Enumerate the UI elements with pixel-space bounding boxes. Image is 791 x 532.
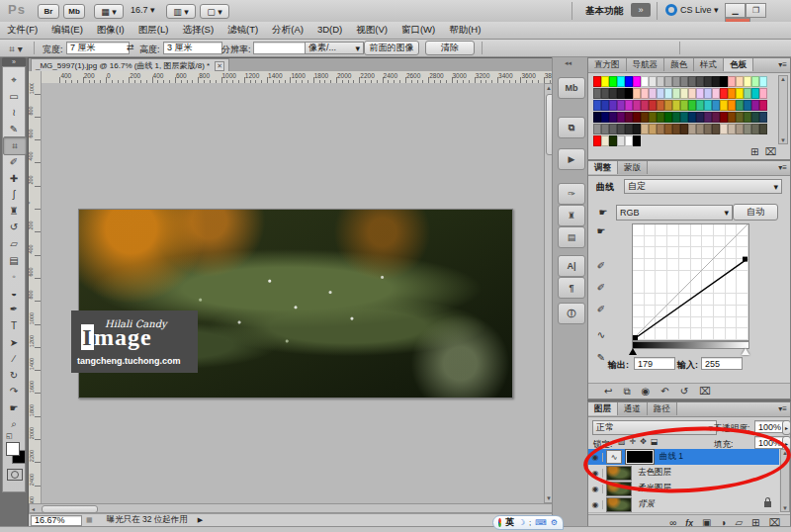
rotate-3d-tool-icon[interactable]: ↻ — [3, 367, 25, 384]
menu-item-图层[interactable]: 图层(L) — [132, 22, 176, 39]
layers-tab-路径[interactable]: 路径 — [648, 402, 677, 415]
color-swatch[interactable] — [625, 124, 633, 134]
move-tool-icon[interactable]: ⌖ — [3, 71, 25, 88]
color-swatch[interactable] — [625, 88, 633, 99]
clone-stamp-tool-icon[interactable]: ♜ — [3, 203, 25, 220]
canvas-viewport[interactable]: Hilali Candy Image tangcheng.tuchong.com… — [42, 83, 555, 503]
color-swatch[interactable] — [751, 100, 759, 111]
restore-button[interactable]: ❐ — [746, 3, 766, 18]
layer-mask-thumbnail[interactable] — [626, 450, 654, 464]
targeted-adjustment-icon[interactable]: ☛ — [596, 205, 610, 219]
color-swatch[interactable] — [696, 76, 704, 87]
default-colors-icon[interactable]: ◱ — [6, 432, 13, 440]
color-swatch[interactable] — [720, 100, 728, 111]
color-swatch[interactable] — [736, 124, 744, 134]
color-swatch[interactable] — [688, 88, 696, 99]
color-swatch[interactable] — [657, 88, 664, 99]
color-swatch[interactable] — [672, 112, 680, 123]
color-swatch[interactable] — [751, 124, 759, 134]
color-swatch[interactable] — [728, 88, 736, 99]
width-input[interactable]: 7 厘米 — [66, 42, 130, 54]
color-swatch[interactable] — [704, 88, 712, 99]
visibility-icon[interactable]: ◉ — [642, 386, 651, 397]
type-tool-icon[interactable]: T — [3, 317, 25, 334]
color-swatch[interactable] — [617, 100, 625, 111]
path-select-tool-icon[interactable]: ➤ — [3, 334, 25, 351]
color-swatch[interactable] — [664, 76, 672, 87]
color-swatch[interactable] — [649, 100, 657, 111]
color-swatch[interactable] — [736, 100, 744, 111]
marquee-tool-icon[interactable]: ▭ — [3, 88, 25, 105]
color-swatch[interactable] — [720, 88, 728, 99]
color-swatch[interactable] — [688, 100, 696, 111]
menu-item-分析[interactable]: 分析(A) — [265, 22, 310, 39]
white-point-eyedropper-icon[interactable]: ✐ — [594, 302, 608, 315]
healing-brush-tool-icon[interactable]: ✚ — [3, 170, 25, 187]
color-swatch[interactable] — [641, 124, 649, 134]
white-point-slider[interactable] — [742, 348, 749, 355]
expand-dock-icon[interactable]: ◂◂ — [565, 59, 571, 67]
minimize-button[interactable]: ▁ — [725, 3, 746, 18]
resolution-input[interactable] — [253, 42, 308, 54]
zoom-level-field[interactable]: 16.7 ▾ — [131, 5, 155, 15]
color-swatch[interactable] — [696, 88, 704, 99]
blur-tool-icon[interactable]: ◦ — [3, 268, 25, 285]
black-point-slider[interactable] — [629, 348, 637, 355]
color-swatch[interactable] — [657, 112, 664, 123]
menu-item-选择[interactable]: 选择(S) — [175, 22, 220, 39]
color-swatch[interactable] — [609, 135, 617, 146]
layer-thumbnail[interactable] — [606, 497, 632, 512]
color-swatch[interactable] — [633, 88, 641, 99]
gray-point-eyedropper-icon[interactable]: ✐ — [594, 280, 608, 294]
swatches-scrollbar[interactable]: ▲ ▼ — [778, 75, 788, 144]
color-swatch[interactable] — [751, 88, 759, 99]
swatches-tab-直方图[interactable]: 直方图 — [588, 58, 627, 71]
zoom-tool-icon[interactable]: ⌕ — [3, 416, 25, 433]
toolbox-header[interactable]: » — [2, 57, 26, 66]
previous-state-icon[interactable]: ↶ — [660, 386, 668, 397]
color-swatch[interactable] — [617, 135, 625, 146]
layer-visibility-icon[interactable]: ◉ — [588, 453, 603, 462]
color-swatch[interactable] — [609, 88, 617, 99]
color-swatch[interactable] — [680, 88, 688, 99]
color-swatch[interactable] — [712, 88, 720, 99]
clear-button[interactable]: 清除 — [425, 41, 475, 55]
close-tab-icon[interactable]: ✕ — [215, 61, 224, 71]
color-swatch[interactable] — [593, 124, 601, 134]
color-swatch[interactable] — [720, 112, 728, 123]
color-swatch[interactable] — [688, 76, 696, 87]
color-swatch[interactable] — [751, 76, 759, 87]
color-swatch[interactable] — [728, 124, 736, 134]
color-swatch[interactable] — [657, 76, 664, 87]
screen-mode-button[interactable]: ▢ ▾ — [200, 4, 229, 19]
color-swatch[interactable] — [664, 100, 672, 111]
color-swatch[interactable] — [641, 76, 649, 87]
color-swatch[interactable] — [593, 76, 601, 87]
reset-icon[interactable]: ↺ — [680, 386, 688, 397]
color-swatch[interactable] — [744, 124, 751, 134]
horizontal-scrollbar[interactable]: ◂ — [29, 503, 555, 513]
color-swatch[interactable] — [593, 88, 601, 99]
menu-item-图像[interactable]: 图像(I) — [90, 22, 132, 39]
color-swatch[interactable] — [664, 124, 672, 134]
color-swatch[interactable] — [744, 100, 751, 111]
panel-menu-icon[interactable]: ▾≡ — [778, 163, 787, 172]
color-swatch[interactable] — [744, 112, 751, 123]
clone-source-panel-icon[interactable]: ⧉ — [558, 117, 585, 138]
lock-pixels-icon[interactable]: ✛ — [630, 437, 637, 446]
curves-adjustment-thumbnail[interactable]: ∿ — [606, 450, 622, 464]
channel-select[interactable]: RGB▾ — [616, 205, 733, 221]
auto-button[interactable]: 自动 — [733, 204, 778, 221]
color-swatch[interactable] — [712, 76, 720, 87]
lock-all-icon[interactable]: ⬓ — [651, 437, 659, 446]
color-swatch[interactable] — [601, 76, 609, 87]
opacity-spinner[interactable]: ▸ — [782, 420, 791, 435]
color-swatch[interactable] — [672, 88, 680, 99]
layers-tab-通道[interactable]: 通道 — [618, 402, 648, 415]
panel-menu-icon[interactable]: ▾≡ — [778, 404, 787, 413]
dodge-tool-icon[interactable]: ◒ — [3, 285, 25, 302]
layer-row[interactable]: ◉背景 — [588, 496, 779, 513]
curve-edit-icon[interactable]: ∿ — [594, 327, 608, 341]
color-swatch[interactable] — [625, 112, 633, 123]
status-zoom-field[interactable]: 16.67% — [31, 515, 82, 526]
